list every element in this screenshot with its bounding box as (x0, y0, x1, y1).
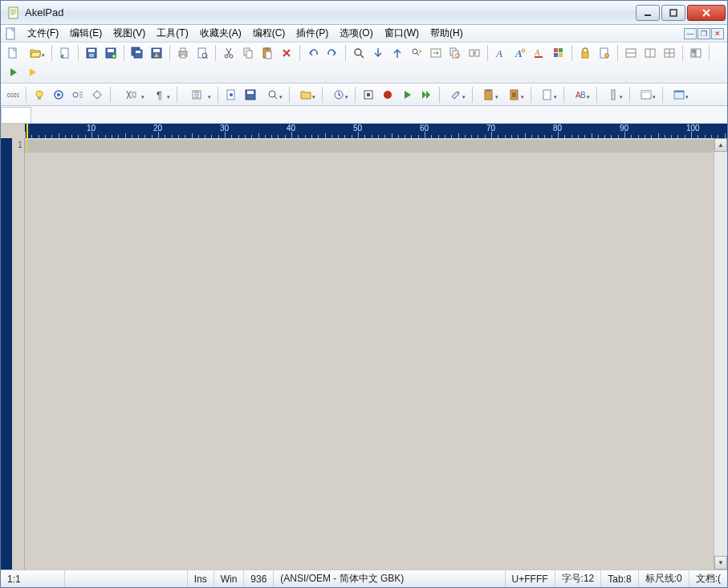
find-replace-files-button[interactable] (466, 44, 483, 62)
find-next-button[interactable] (369, 44, 387, 62)
menu-tools[interactable]: 工具(T) (151, 25, 193, 42)
gear-list-button[interactable] (69, 86, 87, 104)
paint-button[interactable] (444, 86, 468, 104)
hex-button[interactable]: 0101 (4, 86, 22, 104)
menu-plugins[interactable]: 插件(P) (291, 25, 334, 42)
save-as-button[interactable] (102, 44, 120, 62)
pilcrow-button[interactable]: ¶ (148, 86, 173, 104)
menu-window[interactable]: 窗口(W) (379, 25, 425, 42)
find-button[interactable] (350, 44, 368, 62)
status-doc[interactable]: 文档:( (689, 570, 727, 587)
svg-rect-78 (543, 90, 551, 100)
run-button[interactable] (4, 63, 22, 81)
toolbar-row-1: A A A (1, 43, 727, 84)
panel-button[interactable] (634, 86, 658, 104)
menu-options[interactable]: 选项(O) (334, 25, 378, 42)
play-macro-button[interactable] (398, 86, 416, 104)
split-4-button[interactable] (661, 44, 678, 62)
window-button[interactable] (667, 86, 691, 104)
svg-rect-18 (181, 48, 185, 51)
split-v-button[interactable] (641, 44, 659, 62)
menu-help[interactable]: 帮助(H) (425, 25, 469, 42)
find-files-button[interactable] (446, 44, 464, 62)
font-color-button[interactable]: A (531, 44, 548, 62)
attributes-button[interactable] (596, 44, 613, 62)
minimize-button[interactable] (636, 5, 660, 21)
status-fontsize[interactable]: 字号:12 (555, 570, 602, 587)
folder-button[interactable] (294, 86, 318, 104)
goto-button[interactable] (427, 44, 445, 62)
maximize-button[interactable] (661, 5, 685, 21)
document-tab[interactable] (1, 107, 31, 123)
gutter (1, 138, 12, 570)
clipboard-list-button[interactable] (502, 86, 527, 104)
font-button[interactable]: A (492, 44, 510, 62)
new-file-button[interactable] (4, 44, 22, 62)
menu-edit[interactable]: 编辑(E) (64, 25, 108, 42)
run-alt-button[interactable] (23, 63, 41, 81)
doc-actions-button[interactable] (535, 86, 559, 104)
delete-button[interactable] (278, 44, 295, 62)
menu-favorites[interactable]: 收藏夹(A) (194, 25, 247, 42)
text-editor[interactable] (25, 138, 714, 570)
status-encoding[interactable]: (ANSI/OEM - 简体中文 GBK) (274, 570, 505, 587)
find-prev-button[interactable] (388, 44, 406, 62)
vertical-scrollbar[interactable]: ▲ ▼ (714, 138, 727, 570)
undo-button[interactable] (304, 44, 322, 62)
list-mode-button[interactable] (181, 86, 214, 104)
save-session-button[interactable] (148, 44, 165, 62)
wrap-mode-button[interactable] (115, 86, 147, 104)
status-tab[interactable]: Tab:8 (601, 570, 638, 587)
reopen-button[interactable] (56, 44, 74, 62)
paste-button[interactable] (258, 44, 276, 62)
status-ruler[interactable]: 标尺线:0 (639, 570, 689, 587)
tab-strip (1, 106, 727, 124)
scroll-down-button[interactable]: ▼ (714, 556, 727, 570)
close-button[interactable] (687, 5, 726, 21)
titlebar[interactable]: AkelPad (1, 1, 727, 25)
menu-file[interactable]: 文件(F) (22, 25, 64, 42)
save-button[interactable] (83, 44, 100, 62)
cut-button[interactable] (220, 44, 238, 62)
scroll-track[interactable] (714, 152, 727, 556)
copy-button[interactable] (239, 44, 257, 62)
menu-programming[interactable]: 编程(C) (247, 25, 291, 42)
ruler[interactable]: 102030405060708090100 (25, 124, 727, 138)
font-bold-button[interactable]: A (511, 44, 529, 62)
stop-button[interactable] (360, 86, 377, 104)
lock-button[interactable] (576, 44, 594, 62)
status-unicode[interactable]: U+FFFF (506, 570, 555, 587)
status-position[interactable]: 1:1 (1, 570, 65, 587)
open-file-button[interactable] (23, 44, 47, 62)
colors-button[interactable] (550, 44, 567, 62)
print-preview-button[interactable] (193, 44, 211, 62)
mdi-minimize-button[interactable]: — (684, 28, 697, 39)
vertical-button[interactable] (601, 86, 625, 104)
svg-rect-10 (108, 49, 114, 52)
menu-view[interactable]: 视图(V) (108, 25, 151, 42)
svg-rect-42 (554, 48, 558, 52)
explorer-button[interactable] (687, 44, 705, 62)
replace-button[interactable] (408, 44, 425, 62)
mdi-close-button[interactable]: ✕ (711, 28, 724, 39)
print-button[interactable] (174, 44, 192, 62)
save-all-button[interactable] (128, 44, 146, 62)
scroll-up-button[interactable]: ▲ (714, 138, 727, 152)
gear-config-button[interactable] (88, 86, 106, 104)
status-codepage[interactable]: 936 (244, 570, 274, 587)
status-insert-mode[interactable]: Ins (188, 570, 214, 587)
bulb-button[interactable] (31, 86, 48, 104)
save-doc-button[interactable] (242, 86, 259, 104)
redo-button[interactable] (323, 44, 341, 62)
mdi-restore-button[interactable]: ❐ (697, 28, 710, 39)
clipboard-button[interactable] (477, 86, 501, 104)
doc-info-button[interactable] (222, 86, 240, 104)
split-h-button[interactable] (622, 44, 640, 62)
play-fast-button[interactable] (417, 86, 435, 104)
highlight-button[interactable]: AB (568, 86, 592, 104)
record-button[interactable] (379, 86, 397, 104)
status-newline[interactable]: Win (214, 570, 245, 587)
gear-cycle-button[interactable] (50, 86, 67, 104)
zoom-button[interactable] (261, 86, 285, 104)
history-button[interactable] (327, 86, 351, 104)
